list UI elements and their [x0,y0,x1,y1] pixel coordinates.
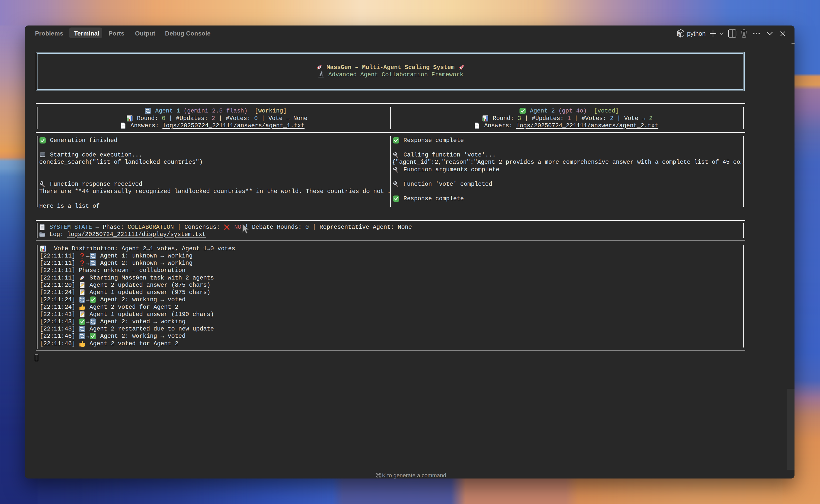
svg-text:$_: $_ [678,34,681,37]
